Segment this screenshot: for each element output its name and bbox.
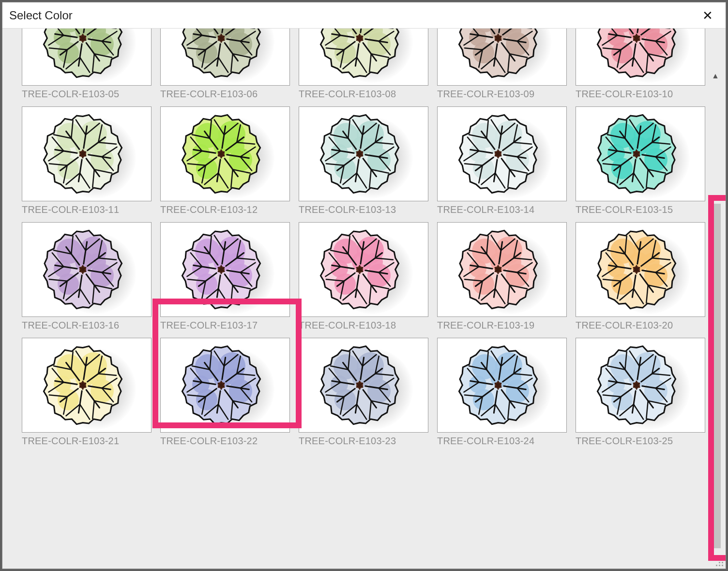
color-item[interactable]: TREE-COLR-E103-23	[299, 338, 428, 447]
tree-icon	[310, 110, 417, 197]
svg-point-87	[607, 144, 625, 162]
color-item[interactable]: TREE-COLR-E103-13	[299, 106, 428, 215]
tree-icon	[587, 110, 694, 197]
color-item[interactable]: TREE-COLR-E103-14	[437, 106, 567, 215]
svg-point-115	[365, 253, 383, 270]
color-thumbnail[interactable]	[22, 106, 152, 201]
svg-point-106	[227, 253, 244, 270]
svg-point-168	[469, 376, 486, 393]
color-thumbnail[interactable]	[437, 29, 567, 86]
color-item[interactable]: TREE-COLR-E103-19	[437, 222, 567, 331]
color-label: TREE-COLR-E103-11	[22, 204, 152, 215]
color-grid: TREE-COLR-E103-05 TREE-COLR-E103-06	[22, 29, 705, 447]
color-item[interactable]: TREE-COLR-E103-12	[160, 106, 290, 215]
color-item[interactable]: TREE-COLR-E103-05	[22, 29, 152, 100]
svg-point-70	[365, 137, 383, 155]
color-thumbnail[interactable]	[299, 29, 428, 86]
color-item[interactable]: TREE-COLR-E103-24	[437, 338, 567, 447]
color-label: TREE-COLR-E103-09	[437, 89, 567, 100]
color-label: TREE-COLR-E103-19	[437, 320, 567, 331]
svg-point-151	[227, 369, 244, 386]
tree-icon	[587, 29, 694, 82]
svg-point-15	[192, 29, 210, 46]
svg-point-52	[89, 137, 106, 155]
tree-icon	[172, 110, 278, 197]
svg-point-51	[54, 144, 71, 162]
color-thumbnail[interactable]	[22, 338, 152, 433]
tree-icon	[587, 342, 694, 429]
scroll-track[interactable]	[708, 83, 723, 552]
color-thumbnail[interactable]	[437, 222, 567, 317]
color-label: TREE-COLR-E103-12	[160, 204, 290, 215]
tree-icon	[33, 226, 140, 313]
svg-point-88	[642, 137, 660, 155]
color-thumbnail[interactable]	[299, 338, 428, 433]
scroll-thumb[interactable]	[710, 204, 721, 548]
color-thumbnail[interactable]	[160, 29, 290, 86]
resize-grip[interactable]	[714, 557, 724, 567]
color-item[interactable]: TREE-COLR-E103-11	[22, 106, 152, 215]
svg-point-160	[365, 369, 383, 386]
svg-point-169	[504, 369, 521, 386]
svg-point-60	[192, 144, 210, 162]
color-item[interactable]: TREE-COLR-E103-18	[299, 222, 428, 331]
color-label: TREE-COLR-E103-14	[437, 204, 567, 215]
color-item[interactable]: TREE-COLR-E103-15	[576, 106, 705, 215]
tree-icon	[310, 342, 417, 429]
color-thumbnail[interactable]	[437, 106, 567, 201]
color-thumbnail[interactable]	[22, 29, 152, 86]
svg-point-178	[642, 369, 660, 386]
color-label: TREE-COLR-E103-23	[299, 436, 428, 447]
svg-point-177	[607, 376, 625, 393]
color-thumbnail[interactable]	[22, 222, 152, 317]
color-label: TREE-COLR-E103-06	[160, 89, 290, 100]
tree-icon	[172, 29, 278, 82]
color-label: TREE-COLR-E103-16	[22, 320, 152, 331]
color-item[interactable]: TREE-COLR-E103-21	[22, 338, 152, 447]
tree-icon	[310, 226, 417, 313]
tree-icon	[449, 342, 555, 429]
color-thumbnail[interactable]	[160, 222, 290, 317]
color-item[interactable]: TREE-COLR-E103-16	[22, 222, 152, 331]
color-label: TREE-COLR-E103-13	[299, 204, 428, 215]
color-item[interactable]: TREE-COLR-E103-06	[160, 29, 290, 100]
svg-point-133	[642, 253, 660, 270]
color-thumbnail[interactable]	[576, 29, 705, 86]
svg-point-42	[607, 29, 625, 46]
color-item[interactable]: TREE-COLR-E103-08	[299, 29, 428, 100]
color-thumbnail[interactable]	[576, 338, 705, 433]
color-item[interactable]: TREE-COLR-E103-20	[576, 222, 705, 331]
color-item[interactable]: TREE-COLR-E103-17	[160, 222, 290, 331]
scrollbar: ▲	[708, 69, 723, 552]
color-label: TREE-COLR-E103-05	[22, 89, 152, 100]
titlebar: Select Color ✕	[2, 2, 726, 29]
svg-point-33	[469, 29, 486, 46]
svg-point-24	[331, 29, 348, 46]
color-thumbnail[interactable]	[299, 106, 428, 201]
tree-icon	[449, 226, 555, 313]
color-item[interactable]: TREE-COLR-E103-22	[160, 338, 290, 447]
svg-point-132	[607, 260, 625, 277]
color-thumbnail[interactable]	[160, 106, 290, 201]
svg-point-61	[227, 137, 244, 155]
svg-point-114	[331, 260, 348, 277]
color-thumbnail[interactable]	[576, 222, 705, 317]
color-label: TREE-COLR-E103-21	[22, 436, 152, 447]
scroll-up-icon[interactable]: ▲	[708, 69, 723, 83]
color-thumbnail[interactable]	[576, 106, 705, 201]
svg-point-69	[331, 144, 348, 162]
color-thumbnail[interactable]	[299, 222, 428, 317]
tree-icon	[33, 110, 140, 197]
color-item[interactable]: TREE-COLR-E103-09	[437, 29, 567, 100]
content-area: TREE-COLR-E103-05 TREE-COLR-E103-06	[2, 29, 726, 569]
color-thumbnail[interactable]	[437, 338, 567, 433]
svg-point-141	[54, 376, 71, 393]
color-item[interactable]: TREE-COLR-E103-25	[576, 338, 705, 447]
svg-point-6	[54, 29, 71, 46]
color-item[interactable]: TREE-COLR-E103-10	[576, 29, 705, 100]
color-thumbnail[interactable]	[160, 338, 290, 433]
tree-icon	[172, 226, 278, 313]
close-icon[interactable]: ✕	[698, 7, 717, 24]
tree-icon	[33, 342, 140, 429]
color-label: TREE-COLR-E103-20	[576, 320, 705, 331]
